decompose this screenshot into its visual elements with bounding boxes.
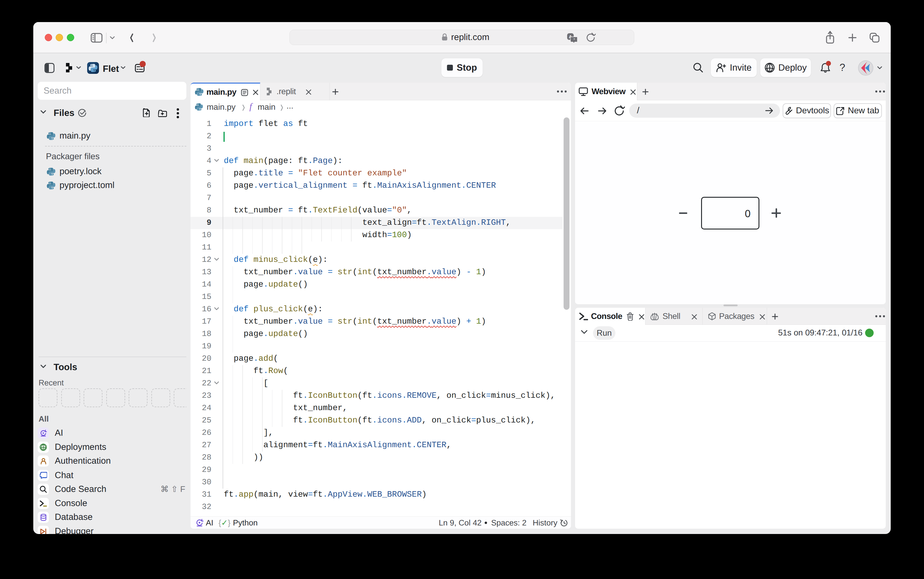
svg-text:x: x xyxy=(574,38,575,41)
